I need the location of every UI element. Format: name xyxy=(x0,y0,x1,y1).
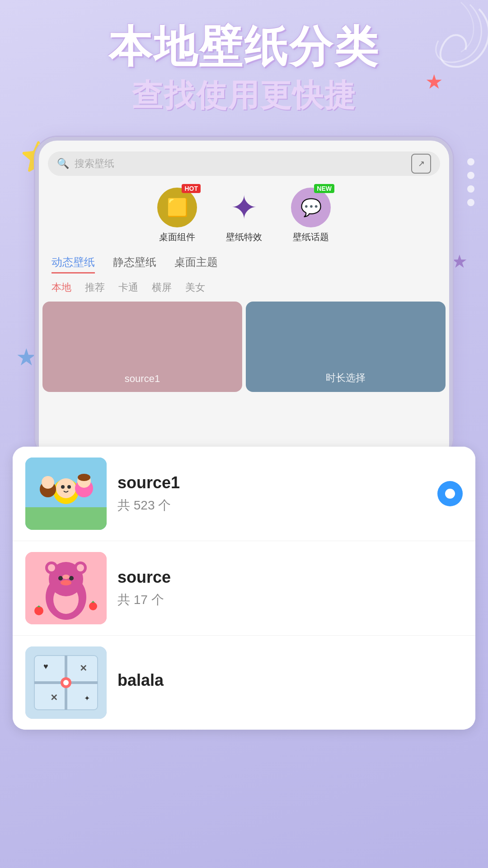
svg-point-22 xyxy=(62,575,70,579)
title-section: 本地壁纸分类 查找使用更快捷 xyxy=(0,23,488,116)
search-placeholder-text: 搜索壁纸 xyxy=(75,157,431,170)
source-item-1[interactable]: source 共 17 个 xyxy=(13,541,475,635)
grid-card-0[interactable]: source1 xyxy=(42,302,242,392)
sub-tab-cartoon[interactable]: 卡通 xyxy=(118,281,138,294)
svg-point-20 xyxy=(69,576,74,580)
source-name-2: balala xyxy=(117,671,463,690)
svg-point-24 xyxy=(89,602,97,610)
sub-tab-recommend[interactable]: 推荐 xyxy=(85,281,105,294)
svg-rect-1 xyxy=(25,507,107,530)
source-thumb-2: ♥ ✦ ✕ ✕ xyxy=(25,646,107,719)
selected-indicator-0 xyxy=(437,481,463,506)
shinchan-thumbnail xyxy=(25,458,107,530)
source-item-2[interactable]: ♥ ✦ ✕ ✕ balala xyxy=(13,635,475,730)
svg-point-30 xyxy=(63,680,69,685)
source-name-0: source1 xyxy=(117,473,427,492)
wallpaper-effect-icon: ✦ xyxy=(230,189,258,226)
search-icon: 🔍 xyxy=(57,158,69,170)
tab-desktop-theme[interactable]: 桌面主题 xyxy=(174,255,218,274)
category-label-1: 壁纸特效 xyxy=(226,231,262,243)
svg-point-19 xyxy=(58,576,63,580)
share-button[interactable]: ↗ xyxy=(411,154,431,174)
svg-point-3 xyxy=(56,478,76,498)
main-tab-bar: 动态壁纸 静态壁纸 桌面主题 xyxy=(39,248,449,277)
source-item-0[interactable]: source1 共 523 个 xyxy=(13,447,475,541)
source-info-2: balala xyxy=(117,671,463,694)
svg-text:✦: ✦ xyxy=(84,694,90,702)
category-item-1[interactable]: ✦ 壁纸特效 xyxy=(224,188,264,243)
app-screen: 🔍 搜索壁纸 ↗ HOT 🟨 桌面组件 xyxy=(39,141,449,460)
lotso-thumbnail xyxy=(25,552,107,624)
svg-text:✕: ✕ xyxy=(80,663,87,673)
share-icon: ↗ xyxy=(418,159,425,169)
desktop-widget-icon: 🟨 xyxy=(167,198,188,217)
svg-point-10 xyxy=(78,474,90,481)
sub-title: 查找使用更快捷 xyxy=(18,75,470,116)
balala-thumbnail: ♥ ✦ ✕ ✕ xyxy=(25,646,107,719)
source-thumb-0 xyxy=(25,458,107,530)
dots-right xyxy=(467,158,474,206)
category-item-2[interactable]: NEW 💬 壁纸话题 xyxy=(291,188,331,243)
sub-tab-local[interactable]: 本地 xyxy=(52,281,71,294)
tab-dynamic-wallpaper[interactable]: 动态壁纸 xyxy=(52,255,95,274)
source-count-0: 共 523 个 xyxy=(117,497,427,514)
sub-tab-bar: 本地 推荐 卡通 横屏 美女 xyxy=(39,277,449,302)
source-list-panel: source1 共 523 个 xyxy=(13,447,475,730)
category-row: HOT 🟨 桌面组件 ✦ 壁纸特效 NEW 💬 xyxy=(39,183,449,248)
sub-tab-landscape[interactable]: 横屏 xyxy=(152,281,172,294)
main-title: 本地壁纸分类 xyxy=(18,23,470,71)
svg-point-17 xyxy=(48,564,55,571)
selected-dot-inner-0 xyxy=(445,489,455,499)
source-name-1: source xyxy=(117,568,463,587)
grid-content: source1 时长选择 xyxy=(39,302,449,392)
phone-inner: 🔍 搜索壁纸 ↗ HOT 🟨 桌面组件 xyxy=(35,137,453,460)
category-item-0[interactable]: HOT 🟨 桌面组件 xyxy=(157,188,197,243)
phone-mockup: 🔍 搜索壁纸 ↗ HOT 🟨 桌面组件 xyxy=(34,136,454,461)
source-info-1: source 共 17 个 xyxy=(117,568,463,609)
source-thumb-1 xyxy=(25,552,107,624)
svg-text:✕: ✕ xyxy=(50,693,58,703)
sub-tab-beauty[interactable]: 美女 xyxy=(185,281,205,294)
grid-card-label-0: source1 xyxy=(125,373,160,385)
svg-point-23 xyxy=(34,606,43,615)
svg-text:♥: ♥ xyxy=(43,662,48,671)
search-bar[interactable]: 🔍 搜索壁纸 ↗ xyxy=(48,151,440,176)
svg-point-18 xyxy=(77,564,84,571)
svg-point-5 xyxy=(67,485,71,489)
grid-card-1[interactable]: 时长选择 xyxy=(246,302,446,392)
category-label-0: 桌面组件 xyxy=(159,231,195,243)
source-info-0: source1 共 523 个 xyxy=(117,473,427,514)
category-icon-wrap-1: ✦ xyxy=(224,188,264,227)
grid-card-label-1: 时长选择 xyxy=(326,371,366,385)
svg-point-4 xyxy=(61,485,65,489)
category-icon-wrap-0: HOT 🟨 xyxy=(157,188,197,227)
new-badge-2: NEW xyxy=(314,184,334,193)
source-count-1: 共 17 个 xyxy=(117,591,463,609)
category-icon-wrap-2: NEW 💬 xyxy=(291,188,331,227)
hot-badge-0: HOT xyxy=(182,184,201,193)
wallpaper-topic-icon: 💬 xyxy=(300,198,322,217)
category-label-2: 壁纸话题 xyxy=(293,231,329,243)
tab-static-wallpaper[interactable]: 静态壁纸 xyxy=(113,255,156,274)
svg-point-7 xyxy=(42,476,54,489)
svg-point-21 xyxy=(61,580,71,585)
